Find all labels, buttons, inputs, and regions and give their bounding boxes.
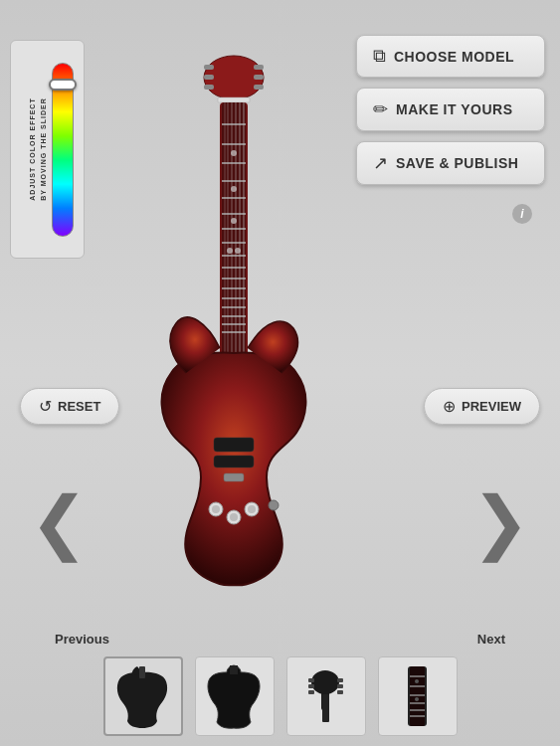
nav-arrows: ❮ ❯ [0, 487, 560, 557]
edit-icon: ✏ [373, 98, 388, 120]
thumbnail-1[interactable] [103, 656, 183, 736]
svg-rect-52 [308, 684, 314, 688]
save-publish-label: SAVE & PUBLISH [396, 155, 518, 171]
svg-point-66 [415, 679, 419, 683]
preview-label: PREVIEW [462, 399, 521, 414]
svg-rect-38 [224, 473, 244, 481]
svg-rect-54 [337, 678, 343, 682]
svg-rect-5 [254, 75, 264, 80]
thumbnail-2[interactable] [195, 656, 275, 736]
make-it-yours-button[interactable]: ✏ MAKE IT YOURS [356, 88, 545, 131]
preview-icon: ⊕ [443, 397, 456, 416]
prev-arrow-button[interactable]: ❮ [30, 487, 89, 557]
svg-rect-9 [222, 102, 246, 361]
svg-rect-3 [204, 85, 214, 90]
previous-label: Previous [55, 632, 109, 647]
slider-label-1: ADJUST COLOR EFFECT [29, 97, 36, 200]
choose-model-icon: ⧉ [373, 46, 386, 67]
svg-rect-56 [337, 690, 343, 694]
svg-rect-51 [308, 678, 314, 682]
next-arrow-button[interactable]: ❯ [471, 487, 530, 557]
info-icon-button[interactable]: i [512, 204, 532, 224]
choose-model-label: CHOOSE MODEL [394, 49, 514, 65]
make-it-yours-label: MAKE IT YOURS [396, 101, 512, 117]
reset-button[interactable]: ↺ RESET [20, 388, 119, 425]
nav-labels: Previous Next [0, 632, 560, 647]
main-container: ADJUST COLOR EFFECT BY MOVING THE SLIDER… [0, 0, 560, 746]
thumbnail-4[interactable] [378, 656, 458, 736]
save-publish-button[interactable]: ↗ SAVE & PUBLISH [356, 141, 545, 185]
preview-button[interactable]: ⊕ PREVIEW [424, 388, 540, 425]
thumbnail-3[interactable] [286, 656, 366, 736]
action-buttons: ⧉ CHOOSE MODEL ✏ MAKE IT YOURS ↗ SAVE & … [356, 35, 545, 185]
bottom-controls: ↺ RESET ⊕ PREVIEW [0, 388, 560, 425]
info-icon: i [520, 207, 523, 221]
reset-label: RESET [58, 399, 100, 414]
reset-icon: ↺ [39, 397, 52, 416]
svg-rect-2 [204, 75, 214, 80]
slider-label-2: BY MOVING THE SLIDER [40, 97, 47, 201]
svg-rect-59 [410, 666, 425, 726]
slider-thumb[interactable] [49, 79, 77, 91]
svg-rect-4 [254, 65, 264, 70]
share-icon: ↗ [373, 152, 388, 174]
svg-rect-57 [322, 694, 329, 722]
svg-point-67 [415, 697, 419, 701]
svg-rect-40 [214, 456, 254, 467]
next-label: Next [477, 632, 505, 647]
color-slider-panel: ADJUST COLOR EFFECT BY MOVING THE SLIDER [10, 40, 85, 259]
thumbnail-strip [0, 656, 560, 736]
svg-rect-6 [254, 85, 264, 90]
svg-rect-39 [214, 438, 254, 452]
svg-rect-53 [308, 690, 314, 694]
choose-model-button[interactable]: ⧉ CHOOSE MODEL [356, 35, 545, 78]
svg-rect-7 [218, 97, 250, 102]
color-slider-track[interactable] [52, 63, 74, 237]
svg-rect-1 [204, 65, 214, 70]
svg-rect-48 [139, 666, 145, 678]
svg-rect-55 [337, 684, 343, 688]
